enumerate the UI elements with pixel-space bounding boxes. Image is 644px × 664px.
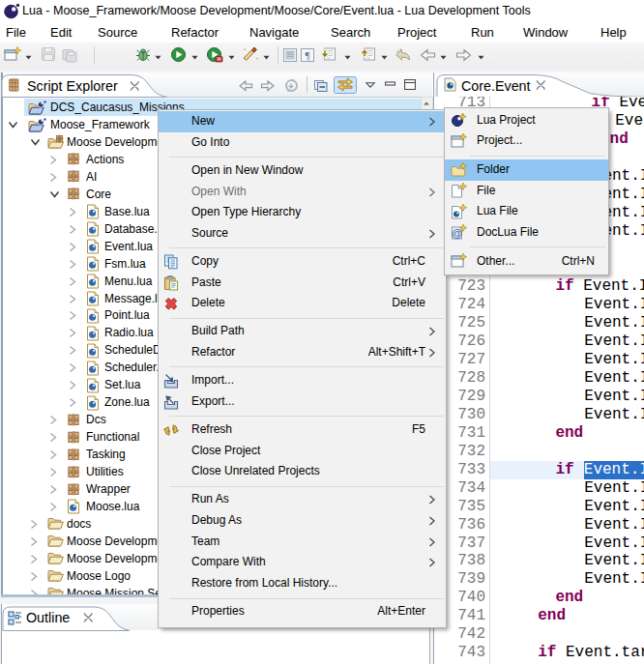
svg-text:¶: ¶ [306,49,310,61]
